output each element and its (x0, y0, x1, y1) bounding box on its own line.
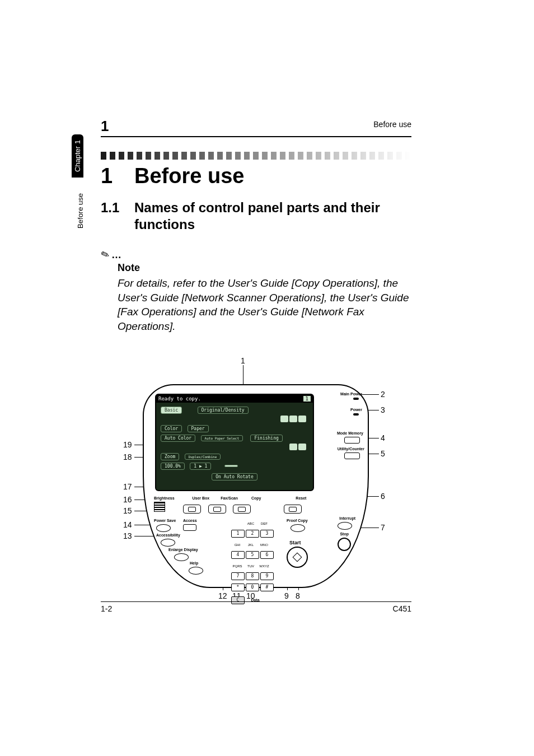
label-reset: Reset (296, 496, 306, 500)
control-panel-diagram: 19 18 17 16 15 14 13 2 3 4 5 6 7 (101, 367, 411, 614)
btn-utility-counter[interactable] (344, 452, 360, 459)
btn-copy[interactable] (233, 505, 251, 514)
label-fax-scan: Fax/Scan (221, 496, 238, 500)
btn-finishing[interactable]: Finishing (250, 435, 282, 442)
label-brightness: Brightness (154, 496, 175, 500)
status-icon (298, 416, 306, 422)
chapter-number: 1 (101, 164, 134, 188)
status-icon (280, 416, 288, 422)
key-7[interactable]: 7 (231, 572, 245, 580)
callout-1: 1 (241, 356, 245, 365)
label-access: Access (183, 519, 197, 522)
callout-8: 8 (296, 591, 300, 600)
key-9[interactable]: 9 (260, 572, 274, 580)
callout-2: 2 (381, 390, 385, 399)
status-icon (289, 416, 297, 422)
label-interrupt: Interrupt (339, 516, 355, 520)
footer-model: C451 (393, 604, 411, 613)
label-mode-memory: Mode Memory (337, 431, 363, 435)
callout-17: 17 (123, 482, 132, 491)
label-copy: Copy (251, 496, 261, 500)
key-1[interactable]: 1 (231, 530, 245, 538)
callout-9: 9 (284, 591, 289, 600)
label-main-power: Main Power (340, 392, 362, 396)
callout-14: 14 (123, 520, 132, 529)
page: Chapter 1 Before use 1 Before use 1Befor… (0, 0, 534, 756)
btn-help[interactable] (189, 567, 203, 575)
btn-mode-memory[interactable] (344, 437, 360, 444)
preview-icon (224, 465, 238, 467)
finishing-icon (289, 444, 297, 450)
btn-enlarge-display[interactable] (174, 553, 189, 561)
chapter-title: Before use (134, 164, 244, 188)
callout-13: 13 (123, 531, 132, 540)
key-2[interactable]: 2 (246, 530, 259, 538)
label-help: Help (190, 561, 198, 565)
btn-reset[interactable] (284, 505, 302, 514)
pencil-icon: ✎ (99, 248, 111, 262)
note-label: Note (118, 262, 411, 274)
callout-6: 6 (381, 492, 385, 501)
btn-auto-paper[interactable]: Auto Paper Select (201, 435, 243, 441)
btn-proof-copy[interactable] (291, 524, 305, 532)
btn-interrupt[interactable] (338, 522, 352, 530)
led-main-power (353, 398, 359, 400)
label-stop: Stop (340, 532, 349, 536)
screen-status: Ready to copy. (158, 396, 201, 402)
btn-zoom[interactable]: Zoom (161, 453, 179, 460)
label-start: Start (289, 540, 301, 545)
label-user-box: User Box (193, 496, 210, 500)
page-footer: 1-2 C451 (101, 601, 411, 613)
key-5[interactable]: 5 (246, 551, 259, 559)
callout-4: 4 (381, 433, 385, 442)
key-star[interactable]: * (231, 584, 245, 591)
btn-auto-color[interactable]: Auto Color (161, 435, 195, 442)
btn-accessibility[interactable] (161, 539, 175, 547)
touch-screen[interactable]: Ready to copy.1 Basic Original/Density C… (155, 394, 314, 491)
btn-stop[interactable] (338, 538, 351, 551)
note-body: For details, refer to the User's Guide [… (118, 276, 411, 334)
label-accessibility: Accessibility (156, 533, 180, 537)
tab-basic[interactable]: Basic (161, 407, 182, 414)
chapter-tab: Chapter 1 (72, 134, 83, 178)
running-header-number: 1 (101, 118, 109, 134)
btn-fax-scan[interactable] (208, 505, 226, 514)
key-0[interactable]: 0 (246, 584, 259, 591)
section-side-label: Before use (76, 193, 85, 228)
label-power: Power (350, 408, 362, 412)
btn-duplex[interactable]: Duplex/Combine (185, 454, 221, 460)
section-number: 1.1 (101, 199, 134, 233)
brightness-dial[interactable] (154, 502, 165, 512)
btn-power-save[interactable] (156, 524, 171, 532)
panel-outline: Ready to copy.1 Basic Original/Density C… (143, 384, 369, 588)
callout-19: 19 (123, 440, 132, 449)
finishing-icon (298, 444, 306, 450)
btn-user-box[interactable] (183, 505, 201, 514)
note-icon: ✎… (101, 249, 411, 261)
key-hash[interactable]: # (260, 584, 274, 591)
callout-18: 18 (123, 452, 132, 461)
callout-3: 3 (381, 405, 385, 414)
btn-start[interactable] (287, 547, 308, 568)
callout-16: 16 (123, 495, 132, 504)
key-6[interactable]: 6 (260, 551, 274, 559)
btn-access[interactable] (183, 524, 196, 531)
tab-orig-density[interactable]: Original/Density (198, 407, 249, 414)
btn-auto-rotate[interactable]: On Auto Rotate (212, 473, 257, 480)
callout-7: 7 (381, 523, 385, 532)
section-heading: 1.1 Names of control panel parts and the… (101, 199, 411, 233)
callout-12: 12 (218, 591, 227, 600)
key-3[interactable]: 3 (260, 530, 274, 538)
key-8[interactable]: 8 (246, 572, 259, 580)
key-4[interactable]: 4 (231, 551, 245, 559)
separator-bar (101, 152, 411, 160)
note-block: ✎… Note For details, refer to the User's… (101, 249, 411, 334)
btn-paper[interactable]: Paper (188, 425, 209, 432)
content-area: 1 Before use 1Before use 1.1 Names of co… (101, 118, 411, 614)
callout-5: 5 (381, 449, 385, 458)
chapter-heading: 1Before use (101, 164, 411, 188)
section-title: Names of control panel parts and their f… (134, 199, 411, 233)
btn-color[interactable]: Color (161, 425, 182, 432)
numeric-keypad: ABCDEF 123 GHIJKLMNO 456 PQRSTUVWXYZ 789… (231, 517, 274, 605)
running-header-title: Before use (373, 120, 411, 129)
